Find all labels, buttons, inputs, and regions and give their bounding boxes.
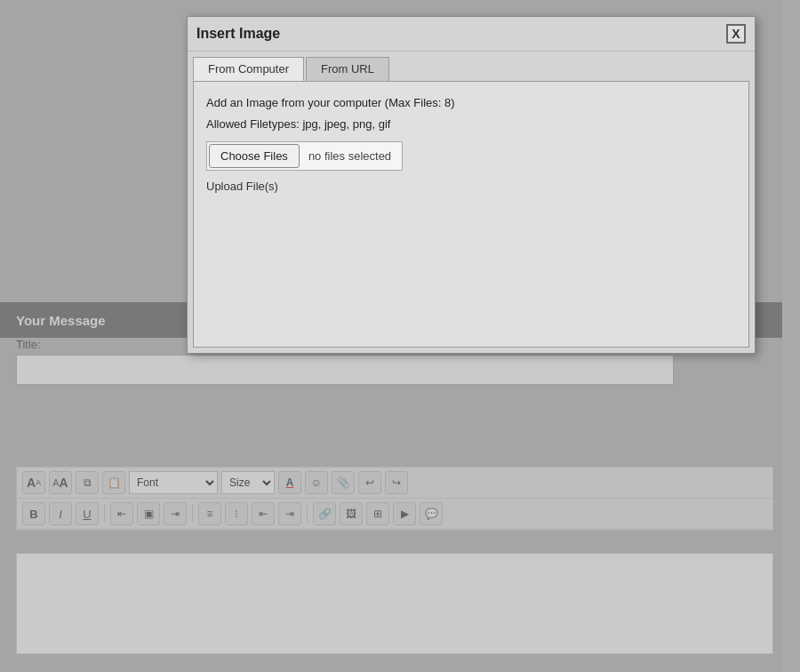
info-line2: Allowed Filetypes: jpg, jpeg, png, gif xyxy=(206,116,736,133)
dialog-close-button[interactable]: X xyxy=(726,24,746,44)
upload-files-link[interactable]: Upload File(s) xyxy=(206,180,736,193)
dialog-content: Add an Image from your computer (Max Fil… xyxy=(193,81,749,348)
file-chooser-row: Choose Files no files selected xyxy=(206,141,736,171)
tab-from-url[interactable]: From URL xyxy=(306,57,389,81)
dialog-title: Insert Image xyxy=(196,26,280,42)
no-files-text: no files selected xyxy=(300,149,400,163)
dialog-tabs: From Computer From URL xyxy=(188,52,755,81)
file-chooser-wrapper: Choose Files no files selected xyxy=(206,141,403,171)
choose-files-button[interactable]: Choose Files xyxy=(209,144,300,168)
tab-from-computer-label: From Computer xyxy=(208,62,289,76)
tab-from-computer[interactable]: From Computer xyxy=(193,57,304,81)
insert-image-dialog: Insert Image X From Computer From URL Ad… xyxy=(187,16,756,354)
dialog-titlebar: Insert Image X xyxy=(188,17,755,52)
info-line1: Add an Image from your computer (Max Fil… xyxy=(206,94,736,112)
tab-from-url-label: From URL xyxy=(321,62,374,76)
